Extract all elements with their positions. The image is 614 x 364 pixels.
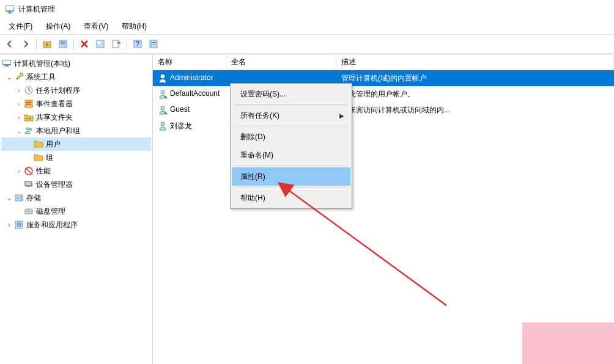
collapse-icon[interactable]: ⌄ [15,128,23,134]
submenu-arrow-icon: ▶ [339,112,344,119]
properties-button[interactable] [56,37,70,51]
ctx-properties[interactable]: 属性(R) [232,167,350,186]
column-name[interactable]: 名称 [153,54,226,70]
svg-rect-11 [113,40,119,48]
ctx-separator [234,104,348,105]
forward-button[interactable] [18,37,33,51]
title-bar: 计算机管理 [0,0,614,18]
shared-folder-icon [23,112,34,122]
tree-storage[interactable]: ⌄ 存储 [1,191,151,205]
view-button[interactable] [146,37,161,51]
menu-bar: 文件(F) 操作(A) 查看(V) 帮助(H) [0,18,614,34]
tree-root[interactable]: 计算机管理(本地) [1,57,151,70]
svg-rect-2 [9,12,11,13]
disk-icon [23,206,34,216]
tree-users[interactable]: 用户 [1,137,151,151]
export-button[interactable] [109,37,124,51]
svg-point-47 [161,106,165,110]
watermark-box [522,322,614,364]
user-icon [158,121,168,131]
svg-point-44 [18,224,20,225]
ctx-all-tasks[interactable]: 所有任务(K)▶ [232,106,350,125]
svg-point-28 [29,118,31,120]
computer-icon [1,59,12,68]
svg-rect-26 [26,104,31,104]
tree-groups[interactable]: 组 [1,151,151,164]
user-row-administrator[interactable]: Administrator 管理计算机(域)的内置帐户 [153,70,614,86]
svg-rect-15 [151,42,152,43]
column-fullname[interactable]: 全名 [226,54,336,70]
performance-icon [23,166,34,176]
svg-point-46 [161,90,165,94]
tree-task-scheduler[interactable]: › 任务计划程序 [1,84,151,97]
svg-rect-14 [150,40,157,48]
svg-point-45 [161,75,165,78]
svg-text:?: ? [135,40,139,48]
tree-shared-folders[interactable]: › 共享文件夹 [1,111,151,124]
svg-point-41 [28,209,29,211]
clock-icon [23,86,34,95]
expand-icon[interactable]: › [15,114,23,121]
users-groups-icon [23,126,34,136]
context-menu: 设置密码(S)... 所有任务(K)▶ 删除(D) 重命名(M) 属性(R) 帮… [230,83,352,209]
toolbar: ? [0,34,614,54]
column-description[interactable]: 描述 [336,54,614,70]
list-panel: 名称 全名 描述 Administrator 管理计算机(域)的内置帐户 Def… [153,54,614,364]
refresh-button[interactable] [93,37,108,51]
up-button[interactable] [40,37,54,51]
tools-icon [13,72,24,82]
svg-rect-8 [61,45,65,45]
user-row-custom[interactable]: 刘彦龙 [153,118,614,134]
expand-icon[interactable]: › [5,222,13,228]
ctx-help[interactable]: 帮助(H) [232,189,350,207]
tree-performance[interactable]: › 性能 [1,164,151,178]
user-row-guest[interactable]: Guest 供来宾访问计算机或访问域的内... [153,102,614,118]
menu-action[interactable]: 操作(A) [40,19,76,34]
svg-rect-17 [151,45,152,46]
svg-rect-20 [3,60,10,64]
toolbar-separator [73,38,74,50]
svg-rect-7 [61,43,65,44]
expand-icon[interactable]: › [15,87,23,94]
tree-local-users-groups[interactable]: ⌄ 本地用户和组 [1,124,151,137]
list-body: Administrator 管理计算机(域)的内置帐户 DefaultAccou… [153,70,614,134]
back-button[interactable] [2,37,17,51]
svg-point-48 [161,122,165,126]
menu-help[interactable]: 帮助(H) [116,19,153,34]
svg-rect-16 [153,42,156,43]
tree-services-apps[interactable]: › 服务和应用程序 [1,218,151,231]
menu-view[interactable]: 查看(V) [78,19,114,34]
svg-point-37 [21,195,22,197]
user-row-default[interactable]: DefaultAccount 系统管理的用户帐户。 [153,86,614,102]
user-icon [158,73,168,83]
svg-rect-6 [61,42,65,43]
folder-icon [33,139,44,149]
tree-disk-management[interactable]: 磁盘管理 [1,205,151,218]
svg-rect-33 [31,183,32,187]
device-icon [23,180,34,189]
collapse-icon[interactable]: ⌄ [5,74,13,81]
window-title: 计算机管理 [18,4,55,15]
expand-icon[interactable]: › [15,101,23,107]
ctx-separator [234,166,348,166]
help-button[interactable]: ? [130,37,145,51]
svg-point-38 [21,199,22,200]
svg-rect-3 [7,13,12,13]
ctx-separator [234,126,348,126]
collapse-icon[interactable]: ⌄ [5,195,13,202]
tree-device-manager[interactable]: 设备管理器 [1,178,151,191]
svg-point-29 [26,128,29,130]
ctx-rename[interactable]: 重命名(M) [232,146,350,164]
ctx-delete[interactable]: 删除(D) [232,128,350,146]
tree-event-viewer[interactable]: › 事件查看器 [1,97,151,111]
user-icon [158,89,168,99]
tree-system-tools[interactable]: ⌄ 系统工具 [1,70,151,84]
toolbar-separator [36,38,37,50]
svg-rect-10 [97,41,100,44]
expand-icon[interactable]: › [15,168,23,175]
ctx-set-password[interactable]: 设置密码(S)... [232,85,350,103]
user-icon [158,105,168,115]
delete-button[interactable] [77,37,92,51]
menu-file[interactable]: 文件(F) [2,19,39,34]
svg-point-27 [26,118,28,120]
